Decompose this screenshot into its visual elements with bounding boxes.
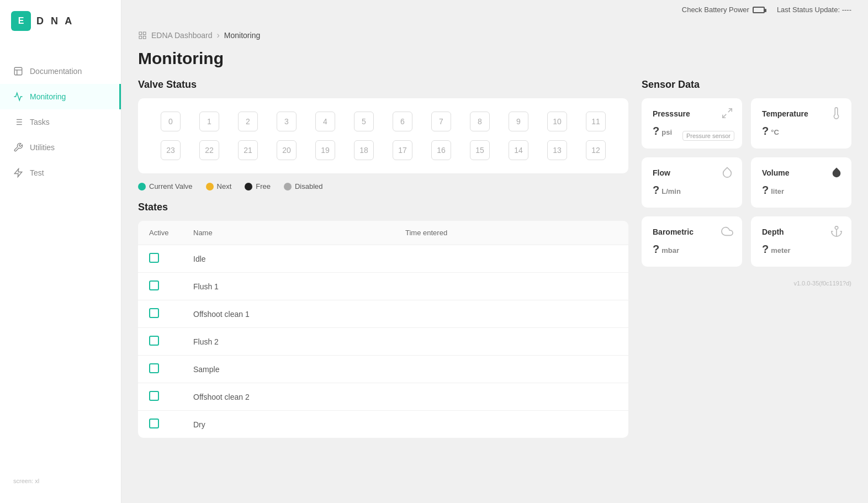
state-name-sample: Sample xyxy=(193,365,405,374)
sidebar-item-label: Tasks xyxy=(30,118,50,126)
battery-check: Check Battery Power xyxy=(682,6,765,14)
valve-0[interactable]: 0 xyxy=(161,112,181,131)
valve-4[interactable]: 4 xyxy=(315,112,335,131)
svg-rect-13 xyxy=(143,36,146,39)
logo-box: E xyxy=(11,11,31,31)
expand-icon[interactable] xyxy=(721,107,733,121)
states-header: Active Name Time entered xyxy=(138,221,628,245)
battery-label: Check Battery Power xyxy=(682,6,749,14)
sidebar-item-tasks[interactable]: Tasks xyxy=(0,109,121,135)
sidebar-item-test[interactable]: Test xyxy=(0,160,121,186)
valve-20[interactable]: 20 xyxy=(277,140,297,160)
svg-rect-10 xyxy=(139,32,142,35)
svg-rect-12 xyxy=(139,36,142,39)
sensor-title-volume: Volume xyxy=(762,168,840,177)
valve-13[interactable]: 13 xyxy=(547,140,567,160)
legend-dot-current xyxy=(138,183,146,190)
screen-label: screen: xl xyxy=(0,470,121,492)
sensor-value-volume: ? liter xyxy=(762,184,840,197)
version-label: v1.0.0-35(f0c1191?d) xyxy=(642,280,851,287)
state-checkbox-dry[interactable] xyxy=(149,419,159,428)
valve-7[interactable]: 7 xyxy=(431,112,451,131)
sensor-title-temperature: Temperature xyxy=(762,109,840,118)
svg-rect-11 xyxy=(143,32,146,35)
sensor-card-volume: Volume ? liter xyxy=(751,157,851,208)
dashboard-icon xyxy=(138,31,147,40)
valve-6[interactable]: 6 xyxy=(393,112,412,131)
valve-9[interactable]: 9 xyxy=(509,112,528,131)
valve-19[interactable]: 19 xyxy=(315,140,335,160)
state-checkbox-sample[interactable] xyxy=(149,363,159,373)
valve-18[interactable]: 18 xyxy=(354,140,374,160)
left-column: Valve Status 0 1 2 3 4 5 6 7 8 9 10 xyxy=(138,79,628,438)
sensor-card-temperature: Temperature ? °C xyxy=(751,98,851,149)
valve-row-top: 0 1 2 3 4 5 6 7 8 9 10 11 xyxy=(151,112,615,131)
valve-5[interactable]: 5 xyxy=(354,112,374,131)
sidebar: E D N A Documentation Monitoring Tasks U… xyxy=(0,0,121,503)
thermometer-icon xyxy=(830,107,843,121)
legend-dot-disabled xyxy=(284,183,292,190)
state-checkbox-offshoot2[interactable] xyxy=(149,391,159,401)
valve-17[interactable]: 17 xyxy=(393,140,412,160)
state-row-offshoot2: Offshoot clean 2 xyxy=(138,383,628,411)
sensor-value-depth: ? meter xyxy=(762,243,840,256)
valve-14[interactable]: 14 xyxy=(509,140,528,160)
state-checkbox-flush2[interactable] xyxy=(149,336,159,346)
legend-next: Next xyxy=(206,182,232,190)
sidebar-item-label: Documentation xyxy=(30,67,82,76)
legend-current: Current Valve xyxy=(138,182,193,190)
breadcrumb-home[interactable]: EDNA Dashboard xyxy=(151,31,213,40)
legend-disabled: Disabled xyxy=(284,182,323,190)
states-title: States xyxy=(138,202,628,213)
valve-10[interactable]: 10 xyxy=(547,112,567,131)
states-table: Active Name Time entered Idle Flush 1 xyxy=(138,221,628,438)
droplet-icon xyxy=(721,166,733,181)
pressure-unit: psi xyxy=(661,128,672,136)
sidebar-item-monitoring[interactable]: Monitoring xyxy=(0,84,121,109)
legend-label-current: Current Valve xyxy=(149,182,193,190)
state-name-offshoot2: Offshoot clean 2 xyxy=(193,393,405,401)
valve-1[interactable]: 1 xyxy=(199,112,219,131)
pressure-value: ? xyxy=(653,125,659,137)
valve-21[interactable]: 21 xyxy=(238,140,258,160)
state-name-idle: Idle xyxy=(193,255,405,263)
flow-unit: L/min xyxy=(661,187,681,195)
book-icon xyxy=(13,66,23,76)
valve-2[interactable]: 2 xyxy=(238,112,258,131)
volume-droplet-icon xyxy=(830,166,843,181)
sensor-title-depth: Depth xyxy=(762,227,840,236)
sensor-title-flow: Flow xyxy=(653,168,731,177)
sensor-card-pressure: Presssure ? psi Pressure sensor xyxy=(642,98,742,149)
sensor-card-depth: Depth ? meter xyxy=(751,216,851,267)
state-row-flush1: Flush 1 xyxy=(138,273,628,300)
state-checkbox-offshoot1[interactable] xyxy=(149,308,159,318)
valve-23[interactable]: 23 xyxy=(161,140,181,160)
barometric-value: ? xyxy=(653,243,659,256)
main-grid: Valve Status 0 1 2 3 4 5 6 7 8 9 10 xyxy=(138,79,851,438)
valve-3[interactable]: 3 xyxy=(277,112,297,131)
sidebar-item-label: Monitoring xyxy=(30,92,66,101)
valve-15[interactable]: 15 xyxy=(470,140,490,160)
valve-12[interactable]: 12 xyxy=(586,140,606,160)
state-name-flush1: Flush 1 xyxy=(193,282,405,291)
sidebar-item-utilities[interactable]: Utilities xyxy=(0,135,121,160)
state-checkbox-flush1[interactable] xyxy=(149,280,159,290)
sensor-card-flow: Flow ? L/min xyxy=(642,157,742,208)
logo-text: D N A xyxy=(36,15,74,27)
valve-status-title: Valve Status xyxy=(138,79,628,91)
sidebar-item-documentation[interactable]: Documentation xyxy=(0,59,121,84)
state-name-dry: Dry xyxy=(193,420,405,429)
breadcrumb-current: Monitoring xyxy=(224,31,260,40)
state-row-offshoot1: Offshoot clean 1 xyxy=(138,300,628,328)
valve-8[interactable]: 8 xyxy=(470,112,490,131)
valve-11[interactable]: 11 xyxy=(586,112,606,131)
valve-legend: Current Valve Next Free Disabled xyxy=(138,182,628,190)
valve-16[interactable]: 16 xyxy=(431,140,451,160)
state-name-flush2: Flush 2 xyxy=(193,337,405,346)
valve-22[interactable]: 22 xyxy=(199,140,219,160)
pressure-sensor-label: Pressure sensor xyxy=(682,131,734,141)
state-checkbox-idle[interactable] xyxy=(149,253,159,263)
state-row-dry: Dry xyxy=(138,411,628,438)
wrench-icon xyxy=(13,142,23,152)
legend-label-next: Next xyxy=(217,182,232,190)
